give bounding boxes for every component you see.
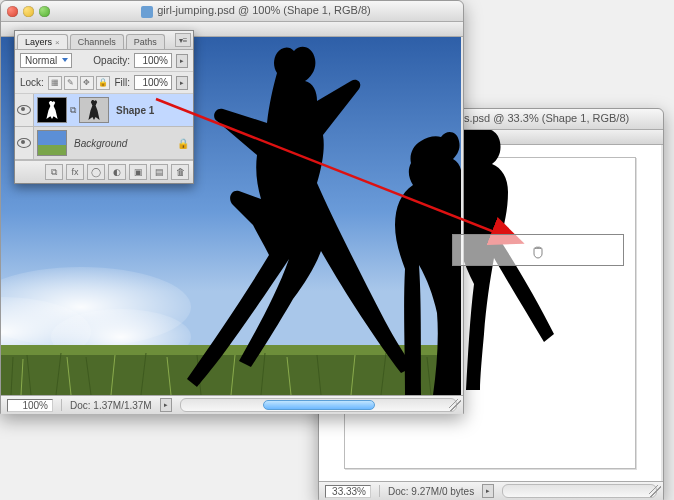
- minimize-button[interactable]: [23, 6, 34, 17]
- blend-mode-dropdown[interactable]: Normal: [20, 53, 72, 68]
- lock-fill-row: Lock: ▦ ✎ ✥ 🔒 Fill: 100% ▸: [15, 72, 193, 94]
- layers-panel[interactable]: Layers× Channels Paths ▾≡ Normal Opacity…: [14, 30, 194, 184]
- doc-info-menu[interactable]: ▸: [160, 398, 172, 412]
- link-layers-button[interactable]: ⧉: [45, 164, 63, 180]
- link-icon[interactable]: ⧉: [70, 105, 76, 116]
- resize-grip-icon[interactable]: [449, 399, 461, 411]
- visibility-toggle[interactable]: [15, 94, 34, 126]
- lock-transparency-icon[interactable]: ▦: [48, 76, 62, 90]
- blend-opacity-row: Normal Opacity: 100% ▸: [15, 50, 193, 72]
- resize-grip-icon[interactable]: [649, 485, 661, 497]
- close-tab-icon[interactable]: ×: [55, 38, 60, 47]
- lock-position-icon[interactable]: ✥: [80, 76, 94, 90]
- layer-mask-thumbnail[interactable]: [37, 97, 67, 123]
- h-scrollbar[interactable]: [180, 398, 457, 412]
- opacity-label: Opacity:: [93, 55, 130, 66]
- lock-all-icon[interactable]: 🔒: [96, 76, 110, 90]
- layer-mask-button[interactable]: ◯: [87, 164, 105, 180]
- lock-pixels-icon[interactable]: ✎: [64, 76, 78, 90]
- layer-style-button[interactable]: fx: [66, 164, 84, 180]
- zoom-button[interactable]: [39, 6, 50, 17]
- new-group-button[interactable]: ▣: [129, 164, 147, 180]
- new-layer-button[interactable]: ▤: [150, 164, 168, 180]
- fill-label: Fill:: [114, 77, 130, 88]
- grab-cursor-icon: [529, 241, 547, 259]
- status-bar: 100% Doc: 1.37M/1.37M ▸: [1, 395, 463, 414]
- adjustment-layer-button[interactable]: ◐: [108, 164, 126, 180]
- layer-name[interactable]: Shape 1: [116, 105, 154, 116]
- zoom-field[interactable]: 33.33%: [325, 485, 371, 498]
- drag-ghost-layer: [452, 234, 624, 266]
- status-bar: 33.33% Doc: 9.27M/0 bytes ▸: [319, 481, 663, 500]
- opacity-field[interactable]: 100%: [134, 53, 172, 68]
- tab-layers[interactable]: Layers×: [17, 34, 68, 49]
- doc-size: Doc: 9.27M/0 bytes: [388, 486, 474, 497]
- doc-info-menu[interactable]: ▸: [482, 484, 494, 498]
- layer-name[interactable]: Background: [74, 138, 127, 149]
- document-proxy-icon: [141, 6, 153, 18]
- panel-menu-button[interactable]: ▾≡: [175, 33, 191, 47]
- tab-paths[interactable]: Paths: [126, 34, 165, 49]
- tab-channels[interactable]: Channels: [70, 34, 124, 49]
- eye-icon: [17, 138, 31, 148]
- close-button[interactable]: [7, 6, 18, 17]
- panel-footer: ⧉ fx ◯ ◐ ▣ ▤ 🗑: [15, 160, 193, 183]
- h-scrollbar[interactable]: [502, 484, 657, 498]
- delete-layer-button[interactable]: 🗑: [171, 164, 189, 180]
- lock-indicator-icon: 🔒: [177, 138, 189, 149]
- opacity-slider-button[interactable]: ▸: [176, 54, 188, 68]
- eye-icon: [17, 105, 31, 115]
- lock-buttons-group: ▦ ✎ ✥ 🔒: [48, 76, 110, 90]
- layer-thumbnail[interactable]: [37, 130, 67, 156]
- fill-field[interactable]: 100%: [134, 75, 172, 90]
- fill-slider-button[interactable]: ▸: [176, 76, 188, 90]
- lock-label: Lock:: [20, 77, 44, 88]
- layer-list: ⧉ Shape 1 Background 🔒: [15, 94, 193, 160]
- layer-background[interactable]: Background 🔒: [15, 127, 193, 160]
- window-title: girl-jumping.psd @ 100% (Shape 1, RGB/8): [55, 4, 457, 17]
- vector-mask-thumbnail[interactable]: [79, 97, 109, 123]
- visibility-toggle[interactable]: [15, 127, 34, 159]
- zoom-field[interactable]: 100%: [7, 399, 53, 412]
- titlebar[interactable]: girl-jumping.psd @ 100% (Shape 1, RGB/8): [1, 1, 463, 22]
- layer-shape-1[interactable]: ⧉ Shape 1: [15, 94, 193, 127]
- doc-size: Doc: 1.37M/1.37M: [70, 400, 152, 411]
- window-traffic-lights: [7, 6, 50, 17]
- panel-tabs: Layers× Channels Paths ▾≡: [15, 31, 193, 50]
